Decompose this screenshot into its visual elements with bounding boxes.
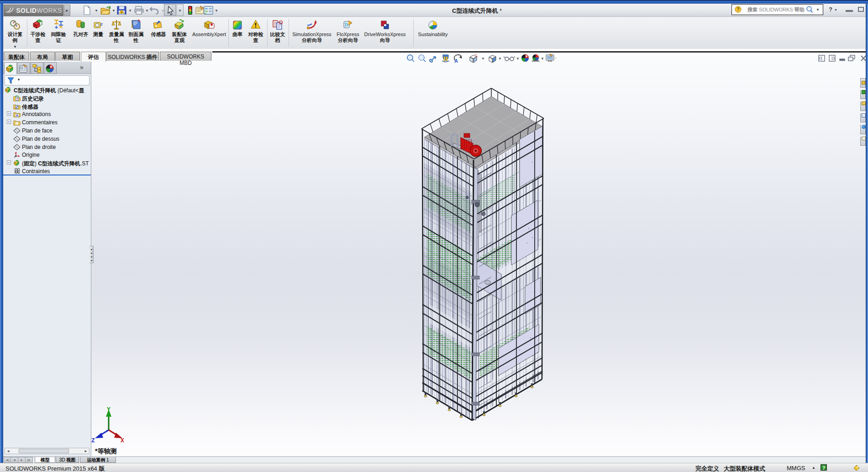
svg-text:▼: ▼ <box>541 57 544 61</box>
svg-text:X: X <box>121 437 124 444</box>
svg-text:Z: Z <box>91 437 95 444</box>
svg-text:Y: Y <box>107 406 110 413</box>
svg-text:▼: ▼ <box>516 57 520 61</box>
svg-text:▼: ▼ <box>498 57 502 61</box>
svg-text:?: ? <box>736 7 739 12</box>
svg-text:A: A <box>454 58 458 64</box>
svg-text:!: ! <box>121 11 122 14</box>
svg-text:A: A <box>16 114 18 118</box>
svg-text:▼: ▼ <box>481 57 485 61</box>
svg-text:▼: ▼ <box>555 57 556 61</box>
